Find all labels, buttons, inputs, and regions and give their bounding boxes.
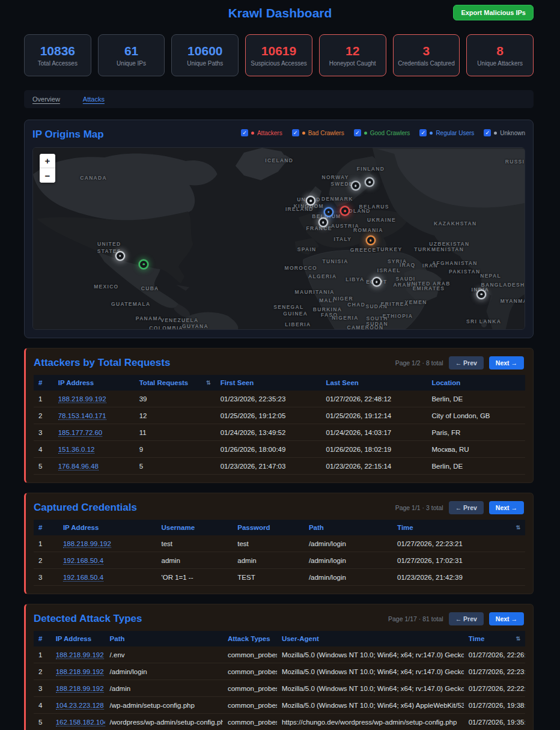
top-bar: Krawl Dashboard Export Malicious IPs <box>0 0 560 28</box>
cell-time: 01/23/2026, 21:42:39 <box>392 569 525 586</box>
ip-address-link[interactable]: 151.36.0.12 <box>58 446 95 454</box>
column-header-time[interactable]: Time⇅ <box>392 520 525 535</box>
legend-checkbox[interactable]: ✓ <box>354 129 361 136</box>
sort-icon[interactable]: ⇅ <box>516 525 520 531</box>
prev-page-button[interactable]: ← Prev <box>449 356 484 370</box>
ip-address-link[interactable]: 104.23.223.128 <box>56 702 104 710</box>
map-country-label: AFGHANISTAN <box>432 260 478 266</box>
ip-address-link[interactable]: 188.218.99.192 <box>63 540 111 548</box>
prev-page-button[interactable]: ← Prev <box>449 612 484 625</box>
column-header-path[interactable]: Path <box>304 520 392 535</box>
legend-label: Attackers <box>257 130 282 136</box>
legend-item-regular-users[interactable]: ✓Regular Users <box>419 129 474 136</box>
legend-checkbox[interactable]: ✓ <box>292 129 299 136</box>
legend-item-unknown[interactable]: ✓Unknown <box>484 129 525 136</box>
legend-item-bad-crawlers[interactable]: ✓Bad Crawlers <box>292 129 344 136</box>
ip-address-link[interactable]: 188.218.99.192 <box>56 685 104 693</box>
column-header-time[interactable]: Time⇅ <box>464 631 525 646</box>
prev-page-button[interactable]: ← Prev <box>449 501 484 514</box>
cell-attack-types: common_probes <box>223 697 277 714</box>
map-country-label: CANADA <box>80 175 107 181</box>
map-marker-bad-crawler[interactable] <box>366 236 376 245</box>
cell-last-seen: 01/24/2026, 14:03:17 <box>321 424 427 441</box>
column-header-num[interactable]: # <box>34 631 51 646</box>
map-country-label: MYANMAR <box>501 298 525 304</box>
export-malicious-ips-button[interactable]: Export Malicious IPs <box>453 5 534 20</box>
cell-first-seen: 01/26/2026, 18:00:49 <box>216 441 321 458</box>
next-page-button[interactable]: Next → <box>489 501 524 514</box>
map-marker-unknown[interactable] <box>306 196 315 205</box>
table-header-row: #IP AddressTotal Requests⇅First SeenLast… <box>34 375 525 391</box>
column-header-path[interactable]: Path <box>105 631 223 646</box>
column-header-total-requests[interactable]: Total Requests⇅ <box>135 375 216 391</box>
attack-types-panel-title: Detected Attack Types <box>34 613 142 624</box>
credentials-panel-title: Captured Credentials <box>34 502 137 513</box>
column-header-username[interactable]: Username <box>156 520 233 535</box>
column-header-ip-address[interactable]: IP Address <box>53 375 135 391</box>
cell-user-agent: Mozilla/5.0 (Windows NT 10.0; Win64; x64… <box>277 697 464 714</box>
map-marker-unknown[interactable] <box>372 277 382 287</box>
cell-time: 01/27/2026, 19:35:33 <box>464 714 525 730</box>
attackers-table: #IP AddressTotal Requests⇅First SeenLast… <box>34 375 525 475</box>
map-marker-unknown[interactable] <box>115 251 125 261</box>
map-marker-unknown[interactable] <box>476 290 486 299</box>
page-indicator: Page 1/1 · 3 total <box>395 504 443 511</box>
legend-item-attackers[interactable]: ✓Attackers <box>241 129 282 136</box>
zoom-in-button[interactable]: + <box>40 154 55 168</box>
column-header-attack-types[interactable]: Attack Types <box>223 631 277 646</box>
stat-card-honeypot-caught: 12Honeypot Caught <box>319 34 386 76</box>
ip-address-link[interactable]: 78.153.140.171 <box>58 412 106 420</box>
column-header-last-seen[interactable]: Last Seen <box>321 375 427 391</box>
column-header-num[interactable]: # <box>34 375 53 391</box>
ip-address-link[interactable]: 188.218.99.192 <box>56 651 104 659</box>
sort-icon[interactable]: ⇅ <box>206 380 211 386</box>
ip-address-link[interactable]: 188.218.99.192 <box>56 668 104 676</box>
column-header-num[interactable]: # <box>34 520 58 535</box>
map-country-label: DENMARK <box>321 196 353 202</box>
map-marker-regular-user[interactable] <box>324 207 333 217</box>
cell-num: 3 <box>34 569 58 586</box>
stat-label: Unique Attackers <box>477 60 523 67</box>
credentials-table: #IP AddressUsernamePasswordPathTime⇅1188… <box>34 520 525 586</box>
map-country-label: IRELAND <box>285 206 314 212</box>
map-country-label: TURKEY <box>377 246 403 252</box>
cell-time: 01/27/2026, 22:22:54 <box>464 680 525 697</box>
cell-password: admin <box>233 552 304 569</box>
table-row: 2188.218.99.192/admin/logincommon_probes… <box>34 663 525 680</box>
map-country-label: IRAQ <box>400 262 415 268</box>
ip-address-link[interactable]: 192.168.50.4 <box>63 574 103 582</box>
ip-address-link[interactable]: 162.158.182.104 <box>56 719 105 726</box>
ip-address-link[interactable]: 192.168.50.4 <box>63 557 103 565</box>
next-page-button[interactable]: Next → <box>489 612 524 625</box>
column-header-first-seen[interactable]: First Seen <box>216 375 321 391</box>
tab-overview[interactable]: Overview <box>32 96 60 103</box>
legend-item-good-crawlers[interactable]: ✓Good Crawlers <box>354 129 410 136</box>
map-marker-unknown[interactable] <box>318 217 328 227</box>
legend-checkbox[interactable]: ✓ <box>241 129 248 136</box>
world-map[interactable]: + − CANADAICELANDUNITEDSTATESMEXICOCUBAG… <box>32 147 525 330</box>
ip-address-link[interactable]: 185.177.72.60 <box>58 429 103 437</box>
legend-checkbox[interactable]: ✓ <box>419 129 427 136</box>
sort-icon[interactable]: ⇅ <box>516 636 520 642</box>
cell-ip-address: 188.218.99.192 <box>51 680 105 697</box>
map-marker-unknown[interactable] <box>365 177 374 187</box>
column-header-ip-address[interactable]: IP Address <box>51 631 105 646</box>
tab-attacks[interactable]: Attacks <box>83 96 105 103</box>
map-marker-attacker[interactable] <box>340 206 350 216</box>
map-country-label: GUINEA <box>283 311 308 317</box>
table-row: 3192.168.50.4'OR 1=1 --TEST/admin/login0… <box>34 569 525 586</box>
column-header-location[interactable]: Location <box>427 375 525 391</box>
next-page-button[interactable]: Next → <box>489 356 524 370</box>
map-marker-unknown[interactable] <box>351 181 361 190</box>
column-header-ip-address[interactable]: IP Address <box>58 520 157 535</box>
ip-address-link[interactable]: 176.84.96.48 <box>58 463 99 470</box>
column-header-password[interactable]: Password <box>233 520 304 535</box>
column-header-user-agent[interactable]: User-Agent <box>277 631 464 646</box>
table-row: 5176.84.96.48501/23/2026, 21:47:0301/23/… <box>34 458 525 475</box>
map-marker-good-crawler[interactable] <box>139 260 148 269</box>
zoom-out-button[interactable]: − <box>40 168 55 183</box>
ip-address-link[interactable]: 188.218.99.192 <box>58 395 106 403</box>
cell-total-requests: 12 <box>135 407 216 424</box>
stat-label: Suspicious Accesses <box>251 60 306 67</box>
legend-checkbox[interactable]: ✓ <box>484 129 491 136</box>
